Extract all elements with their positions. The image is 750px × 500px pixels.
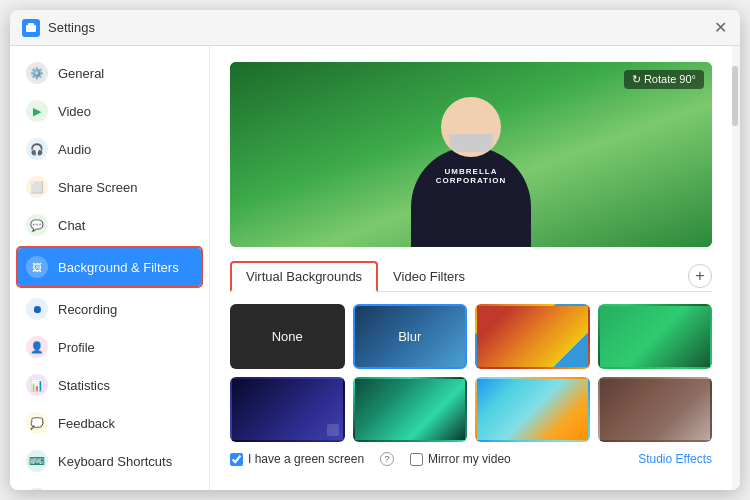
profile-icon: 👤 [26, 336, 48, 358]
bg-none-label: None [272, 329, 303, 344]
main-wrapper: UMBRELLACORPORATION ↻ Rotate 90° Virtual… [210, 46, 740, 490]
scrollbar-thumb[interactable] [732, 66, 738, 126]
sidebar-item-chat[interactable]: 💬 Chat [10, 206, 209, 244]
scrollbar[interactable] [732, 46, 740, 490]
mirror-video-checkbox-label[interactable]: Mirror my video [410, 452, 511, 466]
bg-room[interactable] [598, 377, 713, 442]
sidebar-item-share-screen[interactable]: ⬜ Share Screen [10, 168, 209, 206]
sidebar-item-statistics[interactable]: 📊 Statistics [10, 366, 209, 404]
keyboard-shortcuts-icon: ⌨ [26, 450, 48, 472]
person-head [441, 97, 501, 157]
sidebar-label-general: General [58, 66, 104, 81]
mirror-video-checkbox[interactable] [410, 453, 423, 466]
tabs-row: Virtual Backgrounds Video Filters + [230, 261, 712, 292]
content-area: ⚙️ General ▶ Video 🎧 Audio ⬜ Share Scree… [10, 46, 740, 490]
sidebar: ⚙️ General ▶ Video 🎧 Audio ⬜ Share Scree… [10, 46, 210, 490]
studio-effects-link[interactable]: Studio Effects [638, 452, 712, 466]
sidebar-item-feedback[interactable]: 💭 Feedback [10, 404, 209, 442]
person-figure: UMBRELLACORPORATION [411, 87, 531, 247]
sidebar-label-profile: Profile [58, 340, 95, 355]
recording-icon: ⏺ [26, 298, 48, 320]
audio-icon: 🎧 [26, 138, 48, 160]
sidebar-item-accessibility[interactable]: ♿ Accessibility [10, 480, 209, 490]
bg-space-detail [327, 424, 339, 436]
bg-blur-label: Blur [398, 329, 421, 344]
person-body: UMBRELLACORPORATION [411, 147, 531, 247]
sidebar-item-profile[interactable]: 👤 Profile [10, 328, 209, 366]
feedback-icon: 💭 [26, 412, 48, 434]
bg-blur[interactable]: Blur [353, 304, 468, 369]
sidebar-label-feedback: Feedback [58, 416, 115, 431]
background-filters-icon: 🖼 [26, 256, 48, 278]
sidebar-item-audio[interactable]: 🎧 Audio [10, 130, 209, 168]
general-icon: ⚙️ [26, 62, 48, 84]
sidebar-label-chat: Chat [58, 218, 85, 233]
sidebar-item-recording[interactable]: ⏺ Recording [10, 290, 209, 328]
window-title: Settings [48, 20, 95, 35]
app-icon [22, 19, 40, 37]
add-background-button[interactable]: + [688, 264, 712, 288]
rotate-button[interactable]: ↻ Rotate 90° [624, 70, 704, 89]
bg-none[interactable]: None [230, 304, 345, 369]
titlebar: Settings ✕ [10, 10, 740, 46]
svg-rect-1 [28, 23, 34, 26]
sidebar-label-background-filters: Background & Filters [58, 260, 179, 275]
video-icon: ▶ [26, 100, 48, 122]
active-item-highlight: 🖼 Background & Filters [16, 246, 203, 288]
bg-space[interactable] [230, 377, 345, 442]
sidebar-item-general[interactable]: ⚙️ General [10, 54, 209, 92]
chat-icon: 💬 [26, 214, 48, 236]
tab-virtual-backgrounds[interactable]: Virtual Backgrounds [230, 261, 378, 292]
bg-aurora[interactable] [353, 377, 468, 442]
bg-bridge[interactable] [475, 304, 590, 369]
footer: I have a green screen ? Mirror my video … [230, 442, 712, 470]
bg-beach[interactable] [475, 377, 590, 442]
green-screen-help-icon[interactable]: ? [380, 452, 394, 466]
tab-video-filters[interactable]: Video Filters [378, 262, 480, 291]
titlebar-left: Settings [22, 19, 95, 37]
close-button[interactable]: ✕ [712, 20, 728, 36]
bg-green-field[interactable] [598, 304, 713, 369]
accessibility-icon: ♿ [26, 488, 48, 490]
sidebar-label-recording: Recording [58, 302, 117, 317]
sidebar-label-share-screen: Share Screen [58, 180, 138, 195]
main-content: UMBRELLACORPORATION ↻ Rotate 90° Virtual… [210, 46, 732, 490]
sidebar-item-video[interactable]: ▶ Video [10, 92, 209, 130]
sidebar-label-statistics: Statistics [58, 378, 110, 393]
sidebar-label-video: Video [58, 104, 91, 119]
sidebar-item-background-filters[interactable]: 🖼 Background & Filters [18, 248, 201, 286]
sidebar-label-audio: Audio [58, 142, 91, 157]
share-screen-icon: ⬜ [26, 176, 48, 198]
mirror-video-text: Mirror my video [428, 452, 511, 466]
green-screen-text: I have a green screen [248, 452, 364, 466]
green-screen-checkbox[interactable] [230, 453, 243, 466]
sidebar-item-keyboard-shortcuts[interactable]: ⌨ Keyboard Shortcuts [10, 442, 209, 480]
statistics-icon: 📊 [26, 374, 48, 396]
settings-window: Settings ✕ ⚙️ General ▶ Video 🎧 Audio ⬜ … [10, 10, 740, 490]
beard [449, 134, 493, 152]
sidebar-label-keyboard-shortcuts: Keyboard Shortcuts [58, 454, 172, 469]
background-grid: None Blur [230, 304, 712, 442]
green-screen-checkbox-label[interactable]: I have a green screen [230, 452, 364, 466]
video-preview: UMBRELLACORPORATION ↻ Rotate 90° [230, 62, 712, 247]
svg-rect-0 [26, 25, 36, 32]
